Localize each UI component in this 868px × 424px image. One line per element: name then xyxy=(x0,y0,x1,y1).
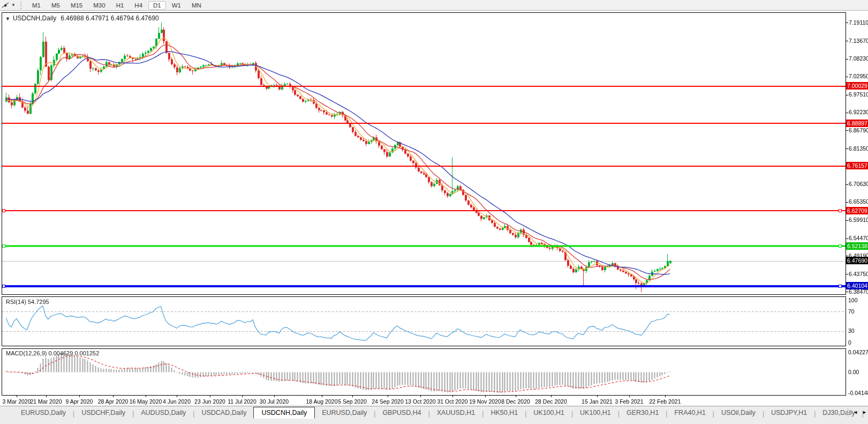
symbol-tab-usoil-daily[interactable]: USOil,Daily xyxy=(714,407,763,418)
symbol-tab-uk100-h1[interactable]: UK100,H1 xyxy=(526,407,571,418)
symbol-tab-ger30-h1[interactable]: GER30,H1 xyxy=(620,407,666,418)
symbol-tab-xauusd-h1[interactable]: XAUUSD,H1 xyxy=(430,407,482,418)
symbol-tab-eurusd-daily[interactable]: EURUSD,Daily xyxy=(14,407,73,418)
symbol-tab-audusd-daily[interactable]: AUDUSD,Daily xyxy=(134,407,193,418)
tab-scroll-right-icon[interactable]: ► xyxy=(862,410,867,415)
symbol-tab-bar: EURUSD,Daily|USDCHF,Daily|AUDUSD,Daily|U… xyxy=(0,406,868,424)
symbol-tab-hk50-h1[interactable]: HK50,H1 xyxy=(484,407,525,418)
tab-scroll-left-icon[interactable]: ◄ xyxy=(853,410,858,415)
symbol-tab-usdcnh-daily[interactable]: USDCNH,Daily xyxy=(253,407,315,419)
symbol-tab-usdchf-daily[interactable]: USDCHF,Daily xyxy=(74,407,132,418)
symbol-tab-fra40-h1[interactable]: FRA40,H1 xyxy=(667,407,712,418)
symbol-tab-usdcad-daily[interactable]: USDCAD,Daily xyxy=(194,407,253,418)
symbol-tab-uk100-h1[interactable]: UK100,H1 xyxy=(573,407,618,418)
chart-canvas[interactable] xyxy=(0,0,868,424)
symbol-tab-gbpusd-h4[interactable]: GBPUSD,H4 xyxy=(375,407,428,418)
symbol-tab-eurusd-daily[interactable]: EURUSD,Daily xyxy=(315,407,374,418)
symbol-tab-usdjpy-h1[interactable]: USDJPY,H1 xyxy=(764,407,814,418)
